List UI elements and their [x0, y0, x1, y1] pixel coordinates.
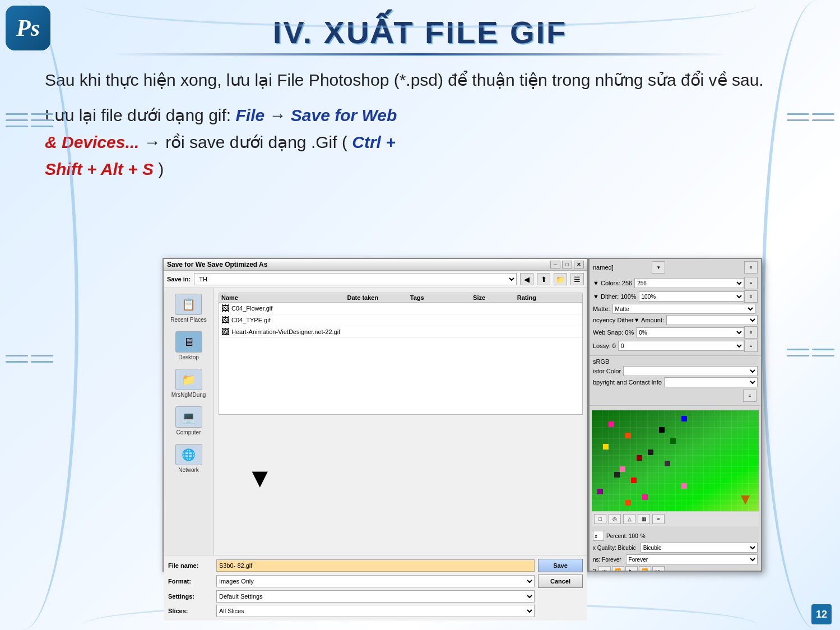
- tool-btn-5[interactable]: ≡: [652, 514, 665, 524]
- rp-top-section: named] ▼ ≡ ▼ Colors: 256 256 ≡ ▼ Dither:…: [590, 259, 761, 356]
- format-row: Format: Images Only Cancel: [168, 575, 583, 588]
- dashes-right-decoration: [787, 112, 834, 358]
- para2-suffix: rồi save dưới dạng .Gif (: [165, 133, 347, 151]
- sidebar-computer[interactable]: 💻 Computer: [175, 406, 202, 436]
- rp-transparency-row: ncy ency Dither ▼ Amount:: [593, 315, 758, 325]
- save-button[interactable]: Save: [538, 559, 583, 572]
- settings-row: Settings: Default Settings: [168, 590, 583, 603]
- rp-visitor-label: istor Color: [593, 368, 621, 374]
- back-button[interactable]: ◀: [520, 273, 533, 285]
- rp-websnap-label: Web Snap: 0%: [593, 329, 634, 336]
- filename-input[interactable]: [216, 559, 535, 572]
- rp-colors-menu[interactable]: ≡: [744, 277, 758, 289]
- sidebar-mrsnguyen[interactable]: 📁 MrsNgMDung: [171, 369, 206, 398]
- rp-matte-label: Matte:: [593, 305, 610, 312]
- rp-matte-dropdown[interactable]: Matte: [612, 304, 755, 314]
- rp-named-label: named]: [593, 264, 614, 271]
- para2-arrow2: →: [144, 133, 165, 151]
- rp-named-row: named] ▼ ≡: [593, 261, 758, 274]
- rp-amount-dropdown[interactable]: [666, 315, 758, 325]
- network-label: Network: [178, 467, 199, 473]
- rp-websnap-menu[interactable]: ≡: [744, 326, 758, 339]
- step-forward-button[interactable]: ⏩: [639, 566, 651, 572]
- filename-label: File name:: [168, 562, 213, 569]
- slices-row: Slices: All Slices: [168, 605, 583, 617]
- network-icon: 🌐: [175, 444, 202, 465]
- sidebar-desktop[interactable]: 🖥 Desktop: [175, 331, 202, 360]
- save-in-dropdown[interactable]: TH: [194, 273, 517, 285]
- rp-playback-row: 2 ⏮ ⏪ ▶ ⏩ ⏭: [593, 566, 758, 572]
- file-list-header: Name Date taken Tags Size Rating: [219, 293, 583, 303]
- up-button[interactable]: ⬆: [537, 273, 550, 285]
- cancel-button[interactable]: Cancel: [538, 575, 583, 588]
- dialog-window-controls[interactable]: ─ □ ✕: [550, 261, 584, 268]
- maximize-button[interactable]: □: [562, 261, 572, 268]
- slices-dropdown[interactable]: All Slices: [216, 605, 535, 617]
- para2-saveweb: Save for Web: [291, 106, 397, 124]
- mrsnguyen-label: MrsNgMDung: [171, 392, 206, 398]
- computer-label: Computer: [177, 429, 201, 436]
- file-item-2[interactable]: 🖼 C04_TYPE.gif: [219, 314, 582, 326]
- mrsnguyen-icon: 📁: [175, 369, 202, 390]
- skip-end-button[interactable]: ⏭: [652, 566, 665, 572]
- rp-copyright-dropdown[interactable]: [664, 377, 758, 387]
- rp-ns-label: ns: Forever: [593, 557, 621, 563]
- rp-expand-btn[interactable]: ≡: [744, 261, 758, 274]
- rp-mid-section: sRGB istor Color bpyright and Contact In…: [590, 356, 761, 406]
- dialog-title: Save for We Save Optimized As: [167, 261, 546, 268]
- rp-lossy-row: Lossy: 0 0 ≡: [593, 340, 758, 352]
- paragraph-2: Lưu lại file dưới dạng gif: File → Save …: [45, 102, 795, 129]
- settings-label: Settings:: [168, 593, 213, 600]
- rp-percent-unit: %: [641, 533, 646, 539]
- page-number: 12: [811, 604, 832, 624]
- tool-btn-1[interactable]: □: [594, 514, 606, 524]
- dashes-left-decoration: [6, 112, 53, 364]
- rp-ncy-label: ncy: [593, 317, 602, 323]
- tool-btn-2[interactable]: ◎: [609, 514, 621, 524]
- rp-dither-dropdown[interactable]: 100%: [639, 291, 744, 302]
- rp-x-input[interactable]: [593, 531, 604, 541]
- rp-color-grid-section: ▼ □ ◎ △ ▦ ≡: [590, 406, 761, 529]
- rp-transparency-dither-label: ency Dither: [602, 317, 634, 323]
- save-dialog[interactable]: Save for We Save Optimized As ─ □ ✕ Save…: [163, 258, 588, 572]
- file-item-1[interactable]: 🖼 C04_Flower.gif: [219, 303, 582, 314]
- rp-loop-count: 2: [593, 568, 596, 572]
- file-item-3[interactable]: 🖼 Heart-Animation-VietDesigner.net-22.gi…: [219, 326, 582, 338]
- rp-quality-dropdown[interactable]: Bicubic: [641, 543, 758, 553]
- format-dropdown[interactable]: Images Only: [216, 575, 535, 587]
- rp-ns-dropdown[interactable]: Forever: [626, 554, 758, 564]
- step-back-button[interactable]: ⏪: [612, 566, 624, 572]
- tool-btn-3[interactable]: △: [623, 514, 635, 524]
- rp-dither-row: ▼ Dither: 100% 100% ≡: [593, 290, 758, 303]
- minimize-button[interactable]: ─: [550, 261, 560, 268]
- settings-dropdown[interactable]: Default Settings: [216, 590, 535, 603]
- para2-ctrl: Ctrl +: [352, 133, 396, 151]
- skip-start-button[interactable]: ⏮: [598, 566, 611, 572]
- close-button[interactable]: ✕: [574, 261, 584, 268]
- new-folder-button[interactable]: 📁: [554, 273, 567, 285]
- slide: Ps IV. XUẤT FILE GIF Sau khi thực hiện x…: [0, 0, 840, 630]
- rp-ns-row: ns: Forever Forever: [593, 554, 758, 564]
- sidebar-recent-places[interactable]: 📋 Recent Places: [170, 294, 206, 323]
- sidebar-network[interactable]: 🌐 Network: [175, 444, 202, 473]
- rp-colors-dropdown[interactable]: 256: [634, 278, 744, 288]
- rp-dither-menu[interactable]: ≡: [744, 290, 758, 303]
- save-in-label: Save in:: [167, 276, 191, 282]
- filename-row: File name: Save: [168, 559, 583, 572]
- rp-copyright-row: bpyright and Contact Info: [593, 377, 758, 387]
- dialog-sidebar: 📋 Recent Places 🖥 Desktop 📁 MrsNgMDung 💻…: [164, 288, 214, 555]
- rp-websnap-dropdown[interactable]: 0%: [636, 327, 744, 337]
- dialog-body: 📋 Recent Places 🖥 Desktop 📁 MrsNgMDung 💻…: [164, 288, 587, 555]
- play-button[interactable]: ▶: [625, 566, 638, 572]
- computer-icon: 💻: [175, 406, 202, 428]
- file-icon-1: 🖼: [221, 304, 229, 313]
- view-button[interactable]: ☰: [570, 273, 584, 285]
- rp-visitor-dropdown[interactable]: [623, 366, 758, 376]
- tool-btn-4[interactable]: ▦: [638, 514, 650, 524]
- rp-lossy-dropdown[interactable]: 0: [618, 341, 744, 351]
- title-underline: [112, 53, 728, 55]
- rp-lossy-menu[interactable]: ≡: [744, 340, 758, 352]
- rp-section-menu[interactable]: ≡: [743, 390, 757, 402]
- rp-menu-btn[interactable]: ▼: [652, 261, 665, 274]
- desktop-icon: 🖥: [175, 331, 202, 353]
